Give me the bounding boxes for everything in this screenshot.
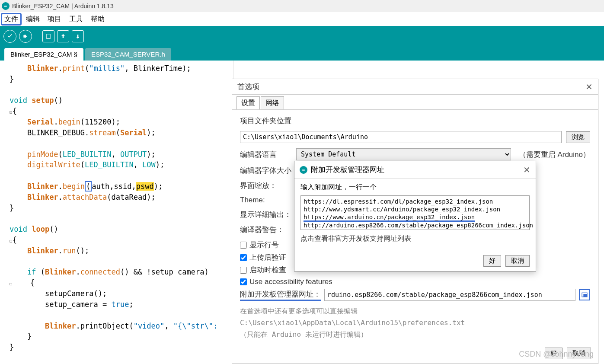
url-prompt: 输入附加网址，一行一个 xyxy=(300,183,530,192)
svg-rect-0 xyxy=(47,34,50,39)
url-dialog: ∞ 附加开发板管理器网址 ✕ 输入附加网址，一行一个 https://dl.es… xyxy=(294,161,536,271)
open-button[interactable] xyxy=(57,30,69,42)
pref-title-bar: 首选项 ✕ xyxy=(232,79,598,95)
watermark: CSDN @JohnnyYong xyxy=(519,350,594,359)
language-select[interactable]: System Default xyxy=(296,148,511,160)
fontsize-label: 编辑器字体大小 xyxy=(240,166,292,176)
close-icon[interactable]: ✕ xyxy=(585,82,593,92)
menu-edit[interactable]: 编辑 xyxy=(22,13,43,26)
save-button[interactable] xyxy=(72,30,84,42)
close-icon[interactable]: ✕ xyxy=(523,165,530,175)
verify-button[interactable] xyxy=(3,30,16,43)
menu-help[interactable]: 帮助 xyxy=(87,13,108,26)
url-ok-button[interactable]: 好 xyxy=(483,255,501,267)
url-textarea[interactable]: https://dl.espressif.com/dl/package_esp3… xyxy=(300,195,530,230)
url-title-bar: ∞ 附加开发板管理器网址 ✕ xyxy=(294,161,536,179)
menu-file[interactable]: 文件 xyxy=(1,13,22,26)
browse-button[interactable]: 浏览 xyxy=(566,131,590,143)
language-label: 编辑器语言 xyxy=(240,150,292,160)
pref-tab-network[interactable]: 网络 xyxy=(261,96,284,109)
check-label: 启动时检查 xyxy=(249,265,286,275)
scale-label: 界面缩放： xyxy=(240,181,292,191)
sketchbook-label: 项目文件夹位置 xyxy=(240,116,291,126)
lineno-label: 显示行号 xyxy=(249,240,279,250)
tab-header[interactable]: ESP32_CAM_SERVER.h xyxy=(85,48,171,61)
lineno-checkbox[interactable] xyxy=(240,242,247,249)
pref-tab-settings[interactable]: 设置 xyxy=(236,96,260,109)
accy-label: Use accessibility features xyxy=(249,278,332,286)
language-note: （需要重启 Arduino） xyxy=(519,150,590,160)
toolbar xyxy=(0,26,604,47)
menu-bar: 文件 编辑 项目 工具 帮助 xyxy=(0,12,604,26)
check-checkbox[interactable] xyxy=(240,267,247,274)
menu-project[interactable]: 项目 xyxy=(44,13,65,26)
url-cancel-button[interactable]: 取消 xyxy=(505,255,530,267)
verify-checkbox[interactable] xyxy=(240,254,247,261)
expand-url-icon[interactable] xyxy=(579,289,590,300)
pref-gray-1: 在首选项中还有更多选项可以直接编辑 xyxy=(240,305,590,317)
arduino-logo-icon: ∞ xyxy=(2,2,10,10)
verify-label: 上传后验证 xyxy=(249,252,286,262)
svg-rect-2 xyxy=(583,294,587,297)
pref-title-text: 首选项 xyxy=(237,82,259,92)
menu-tools[interactable]: 工具 xyxy=(66,13,86,26)
warn-label: 编译器警告： xyxy=(240,225,292,235)
accy-checkbox[interactable] xyxy=(240,278,247,285)
unofficial-link[interactable]: 点击查看非官方开发板支持网址列表 xyxy=(300,234,530,243)
upload-button[interactable] xyxy=(19,30,32,43)
pref-gray-2: C:\Users\xiao1\AppData\Local\Arduino15\p… xyxy=(240,317,590,329)
tab-main[interactable]: Blinker_ESP32_CAM § xyxy=(4,48,83,61)
title-bar: ∞ Blinker_ESP32_CAM | Arduino 1.8.13 xyxy=(0,0,604,12)
sketchbook-input[interactable] xyxy=(240,131,562,143)
pref-tabs: 设置 网络 xyxy=(232,95,598,110)
url-dialog-title: 附加开发板管理器网址 xyxy=(311,165,384,175)
code-editor[interactable]: Blinker.print("millis", BlinkerTime); } … xyxy=(0,61,233,354)
theme-label: Theme: xyxy=(240,196,292,204)
verbose-label: 显示详细输出： xyxy=(240,210,292,220)
boards-url-label: 附加开发板管理器网址： xyxy=(240,289,321,301)
tab-bar: Blinker_ESP32_CAM § ESP32_CAM_SERVER.h xyxy=(0,47,604,61)
window-title: Blinker_ESP32_CAM | Arduino 1.8.13 xyxy=(12,3,114,10)
new-button[interactable] xyxy=(42,30,54,42)
boards-url-input[interactable] xyxy=(324,289,575,301)
pref-gray-3: （只能在 Arduino 未运行时进行编辑） xyxy=(240,329,590,340)
arduino-logo-icon: ∞ xyxy=(300,166,307,174)
